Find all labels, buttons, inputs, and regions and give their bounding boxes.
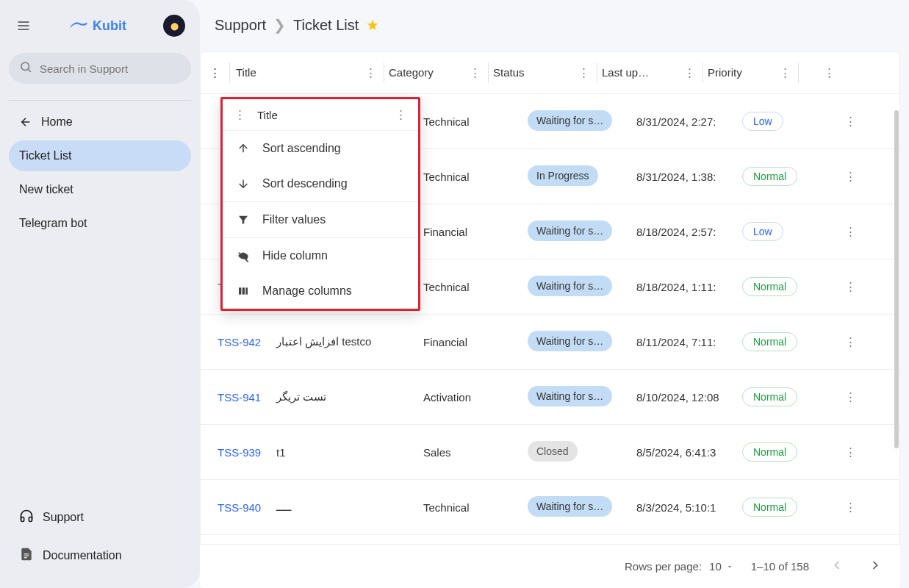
column-menu-updated[interactable]: ⋮ (681, 66, 698, 79)
cell-status: Waiting for s… (522, 331, 630, 354)
popover-header-label: Title (251, 109, 389, 121)
rows-per-page-select[interactable]: 10 (709, 560, 733, 573)
avatar[interactable]: ⬤ (163, 15, 185, 37)
popover-left-menu-icon[interactable]: ⋮ (229, 108, 251, 121)
column-menu-id[interactable]: ⋮ (209, 66, 220, 79)
search-input[interactable] (40, 62, 181, 75)
column-popover: ⋮ Title ⋮ Sort ascending Sort descending… (220, 97, 420, 311)
support-icon (19, 509, 34, 526)
scrollbar[interactable] (894, 110, 899, 448)
column-menu-title[interactable]: ⋮ (362, 66, 379, 79)
table-row[interactable]: TSS-939t1SalesClosed8/5/2024, 6:41:3Norm… (200, 425, 900, 480)
star-icon[interactable]: ★ (366, 16, 379, 34)
svg-rect-13 (245, 287, 248, 294)
table-header: ⋮ Title ⋮ Category ⋮ Status ⋮ Last up… ⋮ (200, 51, 900, 94)
pagination-range: 1–10 of 158 (751, 560, 809, 573)
hamburger-menu[interactable] (15, 17, 32, 35)
row-menu[interactable]: ⋮ (832, 445, 869, 459)
cell-priority: Low (736, 112, 832, 131)
row-menu[interactable]: ⋮ (832, 280, 869, 293)
pagination-next[interactable] (865, 555, 885, 578)
cell-category: Financial (417, 336, 522, 348)
table-row[interactable]: TSS-942افزایش اعتبار testcoFinancialWait… (200, 315, 900, 370)
row-menu[interactable]: ⋮ (832, 115, 869, 128)
cell-updated: 8/10/2024, 12:08 (630, 391, 736, 404)
cell-updated: 8/5/2024, 6:41:3 (630, 446, 736, 459)
cell-id[interactable]: TSS-940 (212, 501, 270, 514)
table-row[interactable]: TSS-941تست تریگرActivationWaiting for s…… (200, 370, 900, 425)
popover-item-label: Sort descending (262, 177, 348, 190)
rows-per-page-label: Rows per page: (625, 560, 702, 573)
sidebar-item-telegram-bot[interactable]: Telegram bot (9, 208, 191, 239)
popover-sort-desc[interactable]: Sort descending (223, 166, 418, 201)
sidebar-home[interactable]: Home (9, 107, 191, 137)
popover-right-menu-icon[interactable]: ⋮ (389, 108, 412, 121)
cell-updated: 8/18/2024, 1:11: (630, 281, 736, 293)
cell-id[interactable]: TSS-942 (212, 336, 270, 348)
cell-title: افزایش اعتبار testco (270, 335, 417, 348)
cell-category: Activation (417, 391, 522, 404)
sidebar-bottom-support[interactable]: Support (9, 500, 191, 535)
cell-category: Sales (417, 446, 522, 459)
column-header-status[interactable]: Status ⋮ (488, 62, 597, 83)
status-badge: Waiting for s… (528, 496, 612, 517)
table-row[interactable]: TSS-940ـــــTechnicalWaiting for s…8/3/2… (200, 480, 900, 535)
sidebar-bottom-label: Documentation (43, 549, 122, 562)
cell-id[interactable]: TSS-939 (212, 446, 270, 459)
column-label: Status (493, 66, 525, 79)
column-menu-category[interactable]: ⋮ (467, 66, 484, 79)
popover-item-label: Hide column (262, 249, 328, 262)
status-badge: Closed (528, 441, 578, 462)
arrow-down-icon (236, 176, 251, 191)
cell-updated: 8/31/2024, 2:27: (630, 115, 736, 128)
columns-icon (236, 284, 251, 298)
cell-updated: 8/11/2024, 7:11: (630, 336, 736, 348)
sidebar-item-new-ticket[interactable]: New ticket (9, 174, 191, 205)
column-header-updated[interactable]: Last up… ⋮ (597, 62, 703, 83)
pagination-prev[interactable] (827, 555, 847, 578)
column-header-priority[interactable]: Priority ⋮ (703, 62, 798, 83)
cell-id[interactable]: TSS-941 (212, 391, 270, 404)
cell-status: Waiting for s… (522, 110, 630, 133)
cell-priority: Normal (736, 498, 832, 517)
row-menu[interactable]: ⋮ (832, 390, 869, 404)
priority-badge: Normal (742, 167, 797, 186)
priority-badge: Low (742, 222, 783, 241)
sidebar-item-ticket-list[interactable]: Ticket List (9, 140, 191, 171)
column-label: Category (389, 66, 434, 79)
svg-line-4 (28, 69, 30, 71)
cell-title: تست تریگر (270, 390, 417, 404)
column-menu-priority[interactable]: ⋮ (777, 66, 794, 79)
cell-status: Closed (522, 441, 630, 464)
svg-rect-6 (24, 553, 29, 554)
brand[interactable]: Kubit (41, 18, 154, 34)
breadcrumb-root[interactable]: Support (215, 17, 266, 34)
column-header-category[interactable]: Category ⋮ (384, 62, 488, 83)
svg-rect-11 (239, 287, 241, 294)
sidebar-home-label: Home (41, 115, 73, 129)
arrow-left-icon (19, 115, 32, 129)
popover-hide-column[interactable]: Hide column (223, 238, 418, 273)
breadcrumb-page[interactable]: Ticket List (293, 17, 359, 34)
cell-status: Waiting for s… (522, 496, 630, 519)
row-menu[interactable]: ⋮ (832, 170, 869, 183)
row-menu[interactable]: ⋮ (832, 335, 869, 348)
cell-status: In Progress (522, 165, 630, 188)
column-menu-status[interactable]: ⋮ (575, 66, 592, 79)
popover-manage-columns[interactable]: Manage columns (223, 273, 418, 309)
popover-sort-asc[interactable]: Sort ascending (223, 131, 418, 166)
cell-updated: 8/3/2024, 5:10:1 (630, 501, 736, 514)
cell-priority: Low (736, 222, 832, 241)
cell-title: ـــــ (270, 501, 417, 514)
column-header-title[interactable]: Title ⋮ (229, 62, 384, 83)
popover-filter[interactable]: Filter values (223, 202, 418, 237)
search-box[interactable] (9, 53, 191, 84)
row-menu[interactable]: ⋮ (832, 501, 869, 514)
cell-status: Waiting for s… (522, 386, 630, 409)
priority-badge: Normal (742, 332, 797, 351)
sidebar-bottom-label: Support (43, 511, 84, 524)
search-icon (19, 60, 32, 76)
sidebar-bottom-documentation[interactable]: Documentation (9, 538, 191, 573)
row-menu[interactable]: ⋮ (832, 225, 869, 238)
column-menu-actions[interactable]: ⋮ (821, 66, 838, 79)
